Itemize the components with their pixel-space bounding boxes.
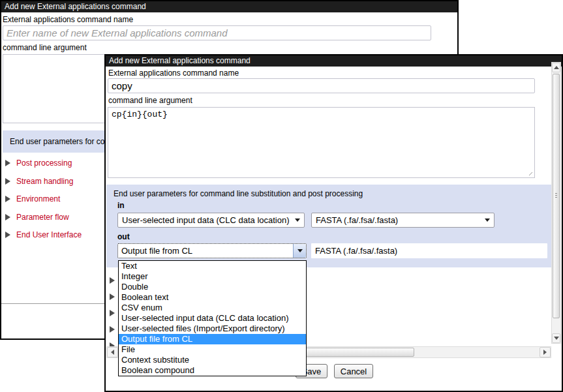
dropdown-option[interactable]: File [119,344,306,355]
expand-triangle-icon [5,160,10,166]
out-format-field[interactable]: FASTA (.fa/.fsa/.fasta) [311,243,547,258]
in-type-combobox[interactable]: User-selected input data (CLC data locat… [117,213,305,228]
dropdown-option[interactable]: Boolean text [119,292,306,303]
expand-triangle-icon [5,232,10,238]
in-format-value: FASTA (.fa/.fsa/.fasta) [316,215,398,225]
dropdown-option[interactable]: Boolean compound [119,365,306,376]
back-name-input[interactable] [3,25,431,40]
front-cmd-textarea[interactable]: cp{in}{out} [108,107,535,178]
section-post-processing[interactable]: Post processing [5,158,72,168]
dropdown-option-selected[interactable]: Output file from CL [119,334,306,344]
cancel-button[interactable]: Cancel [334,364,373,378]
section-label: Parameter flow [16,213,69,222]
front-params-panel: End user parameters for command line sub… [106,185,551,267]
dropdown-arrow-button[interactable] [293,244,306,258]
section-end-user-interface[interactable]: End User Interface [5,230,82,239]
section-stream-handling[interactable]: Stream handling [5,177,73,186]
scroll-right-button[interactable] [540,347,551,357]
back-dialog-titlebar: Add new External applications command [1,1,457,12]
scroll-down-button[interactable] [552,333,560,343]
dropdown-arrow-icon [297,249,303,252]
dropdown-arrow-icon [295,219,300,222]
section-parameter-flow[interactable]: Parameter flow [5,213,69,222]
collapsed-section-arrow-icon[interactable] [110,326,115,333]
collapsed-section-arrow-icon[interactable] [110,277,115,284]
front-cmd-label: command line argument [108,96,192,105]
scroll-right-icon [543,350,547,355]
dropdown-arrow-icon [485,219,490,222]
dropdown-option[interactable]: User-selected input data (CLC data locat… [119,313,306,324]
out-label: out [117,232,130,241]
collapsed-section-arrow-icon[interactable] [110,294,115,300]
section-environment[interactable]: Environment [5,194,60,204]
in-type-value: User-selected input data (CLC data locat… [122,215,290,225]
out-type-dropdown-list: Text Integer Double Boolean text CSV enu… [118,260,307,376]
front-name-input[interactable] [108,78,535,93]
dropdown-option[interactable]: CSV enum [119,303,306,313]
front-name-label: External applications command name [108,68,239,78]
in-label: in [117,201,125,210]
vertical-scrollbar[interactable] [551,62,561,344]
front-dialog-titlebar: Add new External applications command [106,55,562,67]
back-name-label: External applications command name [3,15,133,24]
out-format-value: FASTA (.fa/.fsa/.fasta) [315,246,397,256]
back-cmd-label: command line argument [3,43,87,52]
front-dialog-window: Add new External applications command Ex… [104,54,563,392]
section-label: Post processing [16,158,72,168]
scroll-up-icon [554,66,559,69]
scroll-up-button[interactable] [552,63,560,72]
scroll-left-button[interactable] [107,347,118,357]
out-type-value: Output file from CL [121,246,192,256]
dropdown-option[interactable]: Context substitute [119,355,306,365]
section-label: Environment [16,194,60,204]
screen: Add new External applications command Ex… [0,0,563,392]
section-label: Stream handling [16,177,73,186]
dropdown-option[interactable]: Double [119,282,306,292]
dropdown-option[interactable]: Integer [119,271,306,282]
in-format-combobox[interactable]: FASTA (.fa/.fsa/.fasta) [311,213,495,228]
expand-triangle-icon [5,214,10,220]
scrollbar-grip-icon [555,193,557,199]
collapsed-section-arrow-icon[interactable] [110,310,115,316]
scroll-down-icon [554,337,559,340]
scroll-left-icon [111,350,114,355]
v-scrollbar-thumb[interactable] [553,74,560,318]
expand-triangle-icon [5,178,10,185]
expand-triangle-icon [5,196,10,202]
dropdown-option[interactable]: User-selected files (Import/Export direc… [119,324,306,334]
out-type-combobox[interactable]: Output file from CL [117,243,307,258]
front-params-panel-title: End user parameters for command line sub… [114,189,363,198]
section-label: End User Interface [16,230,82,239]
dropdown-option[interactable]: Text [119,261,306,271]
